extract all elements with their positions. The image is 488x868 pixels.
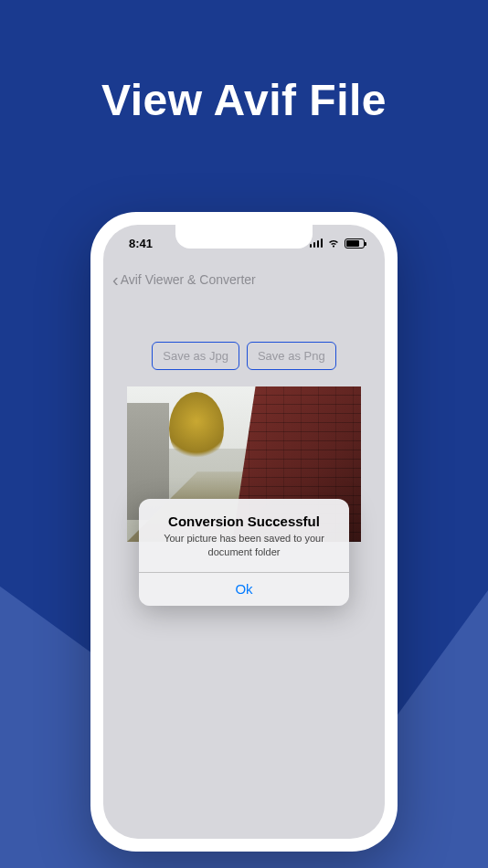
alert-backdrop: Conversion Successful Your picture has b…	[103, 225, 385, 839]
alert-message: Your picture has been saved to your docu…	[152, 532, 336, 559]
phone-notch	[175, 225, 313, 249]
phone-mockup: 8:41 ‹ Avif Viewer & Converter	[90, 212, 398, 852]
alert-title: Conversion Successful	[152, 513, 336, 529]
app-screen: 8:41 ‹ Avif Viewer & Converter	[103, 225, 385, 839]
marketing-headline: View Avif File	[0, 75, 488, 125]
alert-ok-button[interactable]: Ok	[139, 572, 349, 606]
alert-dialog: Conversion Successful Your picture has b…	[139, 499, 349, 606]
